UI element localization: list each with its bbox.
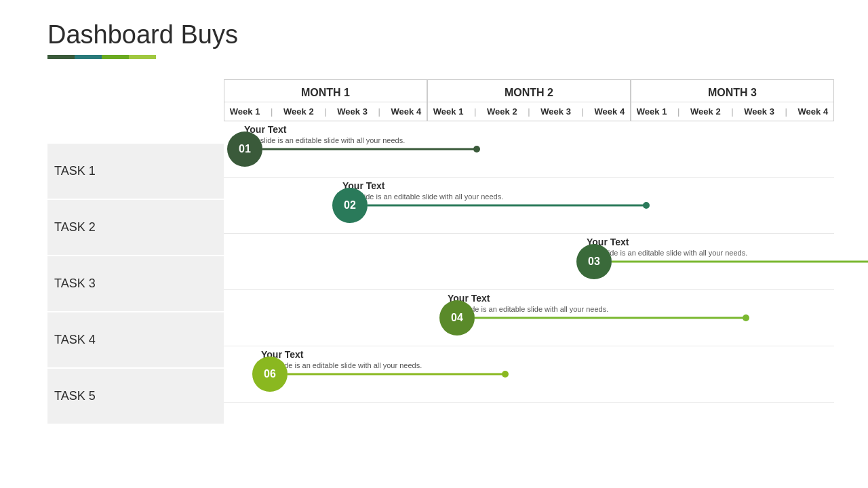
main-content: TASK 1 TASK 2 TASK 3 TASK 4 TASK 5 MONTH… xyxy=(0,66,868,425)
task5-circle: 06 xyxy=(252,357,288,392)
task2-bar xyxy=(368,205,646,207)
task-label-5: TASK 5 xyxy=(54,389,96,403)
week-3-4: Week 4 xyxy=(798,106,829,117)
month-block-2: MONTH 2 Week 1 | Week 2 | Week 3 | Week … xyxy=(427,79,631,121)
task-row-2: TASK 2 xyxy=(47,200,224,256)
week-1-4: Week 4 xyxy=(391,106,422,117)
underline-seg3 xyxy=(102,55,129,59)
week-2-3: Week 3 xyxy=(540,106,571,117)
task1-desc: This slide is an editable slide with all… xyxy=(244,136,405,144)
task1-title: Your Text xyxy=(244,124,405,135)
gantt-area: MONTH 1 Week 1 | Week 2 | Week 3 | Week … xyxy=(224,79,834,425)
task-row-5: TASK 5 xyxy=(47,369,224,425)
task2-circle: 02 xyxy=(332,188,368,223)
underline-seg4 xyxy=(129,55,156,59)
task2-title: Your Text xyxy=(342,180,503,191)
task3-circle: 03 xyxy=(576,244,612,279)
task3-title: Your Text xyxy=(587,237,747,247)
week-3-1: Week 1 xyxy=(637,106,667,117)
underline-seg2 xyxy=(75,55,102,59)
task-label-4: TASK 4 xyxy=(54,333,96,347)
weeks-row-1: Week 1 | Week 2 | Week 3 | Week 4 xyxy=(224,102,427,121)
week-1-2: Week 2 xyxy=(283,106,314,117)
task2-text: Your Text This slide is an editable slid… xyxy=(342,180,503,201)
task4-circle: 04 xyxy=(439,300,475,336)
underline-seg1 xyxy=(47,55,75,59)
tasks-column: TASK 1 TASK 2 TASK 3 TASK 4 TASK 5 xyxy=(47,144,224,425)
task1-bar xyxy=(262,148,476,150)
task1-dot xyxy=(473,146,480,152)
header-section: Dashboard Buys xyxy=(0,0,868,66)
task4-dot xyxy=(743,314,749,321)
gantt-row-5: Your Text This slide is an editable slid… xyxy=(224,346,834,403)
week-2-1: Week 1 xyxy=(433,106,464,117)
weeks-row-3: Week 1 | Week 2 | Week 3 | Week 4 xyxy=(631,102,833,121)
task2-dot xyxy=(643,202,650,209)
months-header: MONTH 1 Week 1 | Week 2 | Week 3 | Week … xyxy=(224,79,834,121)
month-block-1: MONTH 1 Week 1 | Week 2 | Week 3 | Week … xyxy=(224,79,427,121)
task5-dot xyxy=(502,371,509,378)
task5-bar xyxy=(288,373,505,375)
task3-text: Your Text This slide is an editable slid… xyxy=(587,237,747,257)
gantt-row-4: Your Text This slide is an editable slid… xyxy=(224,290,834,346)
task3-bar xyxy=(612,261,868,263)
task1-text: Your Text This slide is an editable slid… xyxy=(244,124,405,144)
week-2-4: Week 4 xyxy=(595,106,625,117)
task1-circle: 01 xyxy=(227,131,262,167)
month-title-1: MONTH 1 xyxy=(224,80,427,102)
title-underline xyxy=(47,55,156,59)
task-row-3: TASK 3 xyxy=(47,256,224,312)
task4-title: Your Text xyxy=(448,293,608,304)
month-title-3: MONTH 3 xyxy=(631,80,833,102)
task5-title: Your Text xyxy=(261,349,422,360)
gantt-row-1: Your Text This slide is an editable slid… xyxy=(224,121,834,178)
week-3-3: Week 3 xyxy=(744,106,774,117)
week-1-1: Week 1 xyxy=(230,106,260,117)
gantt-row-2: Your Text This slide is an editable slid… xyxy=(224,178,834,234)
gantt-rows: Your Text This slide is an editable slid… xyxy=(224,121,834,403)
weeks-row-2: Week 1 | Week 2 | Week 3 | Week 4 xyxy=(428,102,630,121)
task-label-3: TASK 3 xyxy=(54,277,96,291)
month-title-2: MONTH 2 xyxy=(428,80,630,102)
task-row-1: TASK 1 xyxy=(47,144,224,200)
task4-bar xyxy=(475,317,746,319)
week-1-3: Week 3 xyxy=(337,106,368,117)
page-title: Dashboard Buys xyxy=(47,20,834,49)
gantt-row-3: Your Text This slide is an editable slid… xyxy=(224,234,834,290)
week-2-2: Week 2 xyxy=(487,106,517,117)
week-3-2: Week 2 xyxy=(690,106,721,117)
month-block-3: MONTH 3 Week 1 | Week 2 | Week 3 | Week … xyxy=(631,79,834,121)
task-label-2: TASK 2 xyxy=(54,220,96,235)
task-row-4: TASK 4 xyxy=(47,312,224,369)
task-label-1: TASK 1 xyxy=(54,164,96,178)
